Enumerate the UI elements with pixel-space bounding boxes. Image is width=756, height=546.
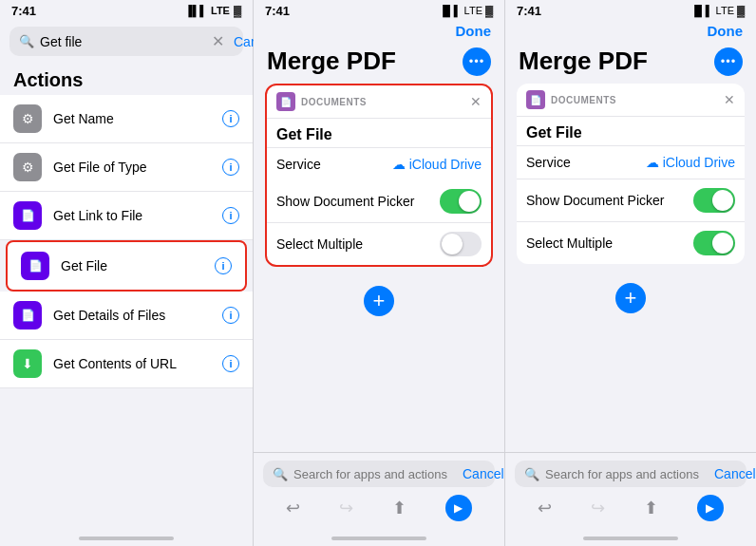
home-indicator-3 (505, 531, 756, 546)
card-close-button-2[interactable]: ✕ (470, 94, 482, 109)
redo-icon-3[interactable]: ↪ (591, 498, 605, 518)
service-value-2[interactable]: ☁ iCloud Drive (392, 157, 482, 172)
list-item[interactable]: 📄 Get Link to File i (0, 192, 253, 240)
time-3: 7:41 (517, 4, 541, 18)
icloud-icon-2: ☁ (392, 157, 406, 172)
select-multiple-toggle-2[interactable] (440, 232, 482, 256)
select-multiple-row-2: Select Multiple (267, 222, 491, 265)
get-file-label: Get File (61, 258, 203, 273)
card-doc-icon-3: 📄 (526, 90, 545, 109)
section-header: Actions (0, 64, 253, 95)
signal-icon: ▐▌▌ (185, 5, 207, 16)
title-row-3: Merge PDF ••• (505, 43, 756, 84)
plus-icon-3: + (625, 286, 637, 311)
time-1: 7:41 (11, 4, 36, 18)
info-icon[interactable]: i (222, 159, 239, 176)
service-value-3[interactable]: ☁ iCloud Drive (646, 155, 735, 170)
list-item[interactable]: ⬇ Get Contents of URL i (0, 340, 253, 388)
info-icon[interactable]: i (222, 307, 239, 324)
service-row-2: Service ☁ iCloud Drive (267, 147, 491, 180)
status-icons-1: ▐▌▌ LTE ▓ (185, 5, 241, 16)
add-button-3[interactable]: + (615, 283, 646, 313)
cancel-bottom-3[interactable]: Cancel (710, 466, 756, 481)
select-multiple-label-2: Select Multiple (276, 236, 440, 252)
lte-label-3: LTE (716, 5, 734, 16)
get-file-of-type-icon: ⚙ (13, 153, 42, 181)
get-details-label: Get Details of Files (53, 308, 211, 323)
share-icon-3[interactable]: ⬆ (644, 498, 658, 518)
share-icon-2[interactable]: ⬆ (392, 498, 406, 518)
search-bottom-input-3[interactable] (545, 467, 705, 481)
get-contents-icon: ⬇ (13, 349, 42, 378)
add-button-2[interactable]: + (364, 286, 394, 316)
nav-bar-3: Done (505, 21, 756, 43)
list-item[interactable]: 📄 Get Details of Files i (0, 292, 253, 340)
panel-merge-pdf-2: 7:41 ▐▌▌ LTE ▓ Done Merge PDF ••• 📄 DOCU… (505, 0, 756, 546)
play-button-3[interactable]: ▶ (697, 495, 724, 521)
action-list: ⚙ Get Name i ⚙ Get File of Type i 📄 Get … (0, 95, 253, 531)
more-button-3[interactable]: ••• (714, 47, 743, 76)
info-icon[interactable]: i (222, 207, 239, 224)
lte-label: LTE (211, 5, 230, 16)
select-multiple-toggle-3[interactable] (693, 231, 735, 255)
show-picker-label-2: Show Document Picker (276, 194, 440, 209)
clear-icon[interactable]: ✕ (212, 32, 224, 50)
undo-icon-2[interactable]: ↩ (286, 498, 300, 518)
search-bottom-3: 🔍 Cancel (515, 461, 747, 487)
status-bar-3: 7:41 ▐▌▌ LTE ▓ (505, 0, 756, 21)
bottom-bar-2: 🔍 Cancel ↩ ↪ ⬆ ▶ (254, 452, 504, 531)
icloud-icon-3: ☁ (646, 155, 659, 170)
done-button-3[interactable]: Done (708, 23, 744, 39)
service-row-3: Service ☁ iCloud Drive (517, 145, 745, 179)
show-picker-toggle-3[interactable] (693, 188, 735, 213)
bottom-bar-3: 🔍 Cancel ↩ ↪ ⬆ ▶ (505, 452, 756, 531)
info-icon[interactable]: i (222, 110, 239, 127)
list-item-selected[interactable]: 📄 Get File i (6, 240, 247, 292)
status-icons-2: ▐▌▌ LTE ▓ (439, 5, 493, 16)
more-dots-icon-3: ••• (721, 54, 737, 68)
nav-bar-2: Done (254, 21, 504, 43)
list-item[interactable]: ⚙ Get File of Type i (0, 143, 253, 192)
select-multiple-row-3: Select Multiple (517, 221, 745, 264)
show-picker-toggle-2[interactable] (440, 189, 482, 214)
service-label-2: Service (276, 157, 392, 172)
add-btn-row-2: + (254, 276, 504, 326)
get-file-card-2: 📄 DOCUMENTS ✕ Get File Service ☁ iCloud … (265, 84, 493, 267)
done-button[interactable]: Done (456, 23, 492, 39)
card-header-2: 📄 DOCUMENTS ✕ (267, 85, 491, 119)
lte-label-2: LTE (464, 5, 482, 16)
panel-search: 7:41 ▐▌▌ LTE ▓ 🔍 ✕ Cancel Actions ⚙ Get … (0, 0, 254, 546)
card-close-button-3[interactable]: ✕ (724, 92, 735, 107)
info-icon[interactable]: i (215, 257, 232, 274)
more-dots-icon-2: ••• (469, 54, 485, 68)
get-details-icon: 📄 (13, 301, 42, 329)
info-icon[interactable]: i (222, 355, 239, 372)
redo-icon-2[interactable]: ↪ (339, 498, 353, 518)
home-indicator-2 (254, 531, 504, 546)
plus-icon-2: + (373, 289, 386, 313)
card-section-label-2: DOCUMENTS (301, 97, 464, 107)
search-icon-bottom-3: 🔍 (524, 467, 539, 481)
panel-merge-pdf-1: 7:41 ▐▌▌ LTE ▓ Done Merge PDF ••• 📄 DOCU… (254, 0, 505, 546)
page-title-2: Merge PDF (267, 47, 455, 76)
search-input[interactable] (40, 34, 206, 49)
search-bottom-input-2[interactable] (293, 467, 453, 481)
status-bar-2: 7:41 ▐▌▌ LTE ▓ (254, 0, 504, 21)
search-bottom-2: 🔍 Cancel (263, 461, 495, 487)
list-item[interactable]: ⚙ Get Name i (0, 95, 253, 143)
get-file-card-3: 📄 DOCUMENTS ✕ Get File Service ☁ iCloud … (517, 84, 745, 264)
signal-icon-3: ▐▌▌ (690, 5, 712, 16)
play-button-2[interactable]: ▶ (445, 495, 472, 521)
more-button-2[interactable]: ••• (463, 47, 491, 76)
play-icon-2: ▶ (454, 501, 463, 515)
time-2: 7:41 (265, 4, 290, 18)
card-title-2: Get File (267, 119, 491, 147)
page-title-3: Merge PDF (519, 47, 707, 76)
battery-icon-3: ▓ (737, 5, 745, 16)
get-link-icon: 📄 (13, 201, 42, 230)
get-name-label: Get Name (53, 111, 211, 126)
cancel-bottom-2[interactable]: Cancel (459, 466, 508, 481)
search-icon: 🔍 (19, 34, 34, 48)
search-icon-bottom-2: 🔍 (273, 467, 288, 481)
undo-icon-3[interactable]: ↩ (538, 498, 552, 518)
